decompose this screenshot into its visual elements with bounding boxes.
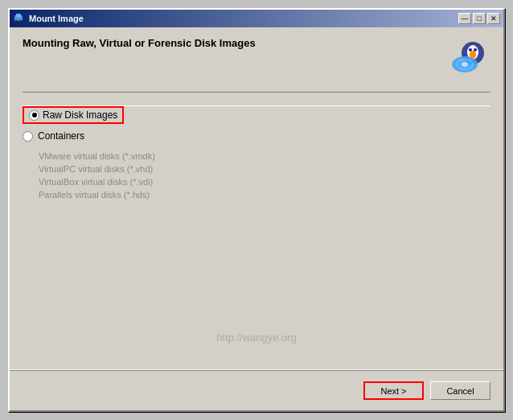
raw-disk-radio-box: Raw Disk Images <box>23 106 124 124</box>
containers-radio[interactable] <box>23 131 33 142</box>
list-item: VirtualPC virtual disks (*.vhd) <box>39 164 490 174</box>
watermark: http://wangye.org <box>23 331 490 360</box>
header-divider <box>23 92 490 106</box>
raw-disk-label: Raw Disk Images <box>43 109 117 121</box>
list-item: VMware virtual disks (*.vmdk) <box>39 151 490 161</box>
close-button[interactable]: ✕ <box>487 13 500 24</box>
title-bar: Mount Image — □ ✕ <box>10 10 503 27</box>
title-bar-icon <box>13 12 26 25</box>
header-section: Mounting Raw, Virtual or Forensic Disk I… <box>23 37 490 79</box>
list-item: Parallels virtual disks (*.hds) <box>39 190 490 200</box>
main-window: Mount Image — □ ✕ Mounting Raw, Virtual … <box>8 8 505 412</box>
list-item: VirtualBox virtual disks (*.vdi) <box>39 177 490 187</box>
page-title: Mounting Raw, Virtual or Forensic Disk I… <box>23 37 449 49</box>
svg-rect-2 <box>15 20 18 22</box>
minimize-button[interactable]: — <box>458 13 471 24</box>
container-items: VMware virtual disks (*.vmdk) VirtualPC … <box>39 151 490 200</box>
raw-disk-radio[interactable] <box>29 110 39 121</box>
svg-point-8 <box>474 48 477 51</box>
cancel-button[interactable]: Cancel <box>430 381 490 400</box>
window-title: Mount Image <box>29 14 458 23</box>
title-bar-buttons: — □ ✕ <box>458 13 500 24</box>
options-section: Raw Disk Images Containers VMware virtua… <box>23 106 490 331</box>
maximize-button[interactable]: □ <box>473 13 486 24</box>
raw-disk-option[interactable]: Raw Disk Images <box>23 106 490 124</box>
containers-option[interactable]: Containers <box>23 130 490 142</box>
content-area: Mounting Raw, Virtual or Forensic Disk I… <box>10 27 503 369</box>
svg-point-11 <box>462 62 468 67</box>
disk-icon <box>449 37 490 79</box>
containers-label: Containers <box>38 130 84 142</box>
footer: Next > Cancel <box>10 370 503 410</box>
next-button[interactable]: Next > <box>363 381 424 400</box>
svg-point-7 <box>469 48 472 51</box>
svg-rect-3 <box>19 20 22 22</box>
svg-rect-1 <box>16 14 21 18</box>
